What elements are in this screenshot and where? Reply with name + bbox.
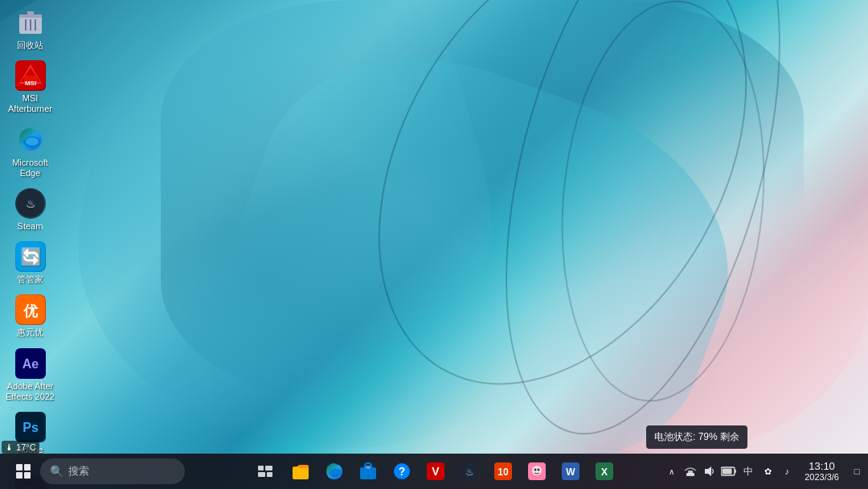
desktop: 回收站 MSI MSIAfterburner <box>0 0 868 489</box>
svg-text:?: ? <box>399 465 406 478</box>
svg-rect-24 <box>16 464 23 471</box>
desktop-icon-after-effects[interactable]: Ae Adobe AfterEffects 2022 <box>4 345 56 405</box>
svg-rect-29 <box>265 466 272 471</box>
svg-text:10: 10 <box>497 466 509 478</box>
taskbar-center: ? V ♨ 10 <box>248 454 620 489</box>
system-tray: ∧ <box>663 454 868 489</box>
taskview-button[interactable] <box>248 455 282 487</box>
svg-text:V: V <box>432 465 440 478</box>
desktop-icons: 回收站 MSI MSIAfterburner <box>4 4 56 489</box>
svg-text:Ps: Ps <box>23 421 39 434</box>
taskbar-edge[interactable] <box>319 456 350 487</box>
desktop-icon-label-steam: Steam <box>18 221 43 232</box>
svg-text:Ae: Ae <box>22 357 39 371</box>
tray-icon2[interactable]: ✿ <box>760 463 776 479</box>
clock-date: 2023/3/6 <box>805 472 839 483</box>
svg-rect-34 <box>366 466 371 469</box>
svg-rect-26 <box>16 472 23 479</box>
notification-center[interactable]: □ <box>849 463 865 479</box>
desktop-icon-label-edge: MicrosoftEdge <box>12 158 48 179</box>
svg-rect-31 <box>267 472 272 477</box>
desktop-icon-huiyouyou[interactable]: 优 惠元优 <box>4 291 56 341</box>
desktop-icon-label-recycle-bin: 回收站 <box>17 40 43 51</box>
desktop-icon-edge[interactable]: MicrosoftEdge <box>4 121 56 182</box>
clock-time: 13:10 <box>809 460 835 473</box>
svg-text:🔄: 🔄 <box>19 246 42 268</box>
tray-battery[interactable] <box>721 463 737 479</box>
taskbar-excel[interactable]: X <box>589 456 620 487</box>
svg-rect-52 <box>688 471 693 474</box>
tray-volume[interactable] <box>702 463 718 479</box>
tray-expand[interactable]: ∧ <box>663 463 679 479</box>
tray-network[interactable] <box>682 463 698 479</box>
svg-rect-28 <box>258 466 264 471</box>
svg-text:W: W <box>566 466 575 478</box>
svg-text:MSI: MSI <box>24 80 35 87</box>
tray-input[interactable]: 中 <box>740 463 756 479</box>
desktop-icon-steam[interactable]: ♨ Steam <box>4 185 56 235</box>
taskbar-security[interactable]: V <box>420 456 451 487</box>
svg-point-11 <box>26 138 39 146</box>
svg-rect-32 <box>293 466 309 479</box>
taskbar: 🔍 搜索 <box>0 454 868 489</box>
svg-rect-30 <box>258 472 265 477</box>
clock-area[interactable]: 13:10 2023/3/6 <box>798 454 845 489</box>
search-icon: 🔍 <box>50 465 63 478</box>
taskbar-anime[interactable] <box>522 456 552 487</box>
battery-tooltip: 电池状态: 79% 剩余 <box>646 425 747 449</box>
temperature-indicator: 🌡 17°C <box>2 441 39 454</box>
search-box[interactable]: 🔍 搜索 <box>40 458 185 484</box>
taskbar-file-explorer[interactable] <box>285 456 316 487</box>
svg-text:X: X <box>601 466 608 478</box>
svg-text:优: 优 <box>23 303 39 319</box>
taskbar-app10[interactable]: 10 <box>488 456 518 487</box>
desktop-icon-msi[interactable]: MSI MSIAfterburner <box>4 57 56 117</box>
taskbar-word[interactable]: W <box>555 456 586 487</box>
desktop-icon-label-guanjia: 管管家 <box>17 274 43 285</box>
svg-rect-25 <box>24 464 31 471</box>
svg-point-45 <box>534 469 537 471</box>
svg-marker-53 <box>705 466 711 476</box>
svg-rect-56 <box>723 469 732 475</box>
desktop-icon-label-ae: Adobe AfterEffects 2022 <box>6 381 55 402</box>
tray-icon3[interactable]: ♪ <box>779 463 795 479</box>
svg-text:♨: ♨ <box>25 197 35 210</box>
desktop-icon-guanjia[interactable]: 🔄 管管家 <box>4 238 56 288</box>
svg-rect-55 <box>735 470 736 473</box>
desktop-icon-recycle-bin[interactable]: 回收站 <box>4 4 56 54</box>
search-placeholder: 搜索 <box>68 464 89 479</box>
svg-text:♨: ♨ <box>465 466 474 478</box>
taskbar-help[interactable]: ? <box>387 456 417 487</box>
desktop-icon-label-hui: 惠元优 <box>17 327 43 338</box>
desktop-icon-label-msi: MSIAfterburner <box>8 93 52 114</box>
svg-rect-2 <box>27 11 34 16</box>
taskbar-steam[interactable]: ♨ <box>454 456 485 487</box>
svg-rect-27 <box>24 472 31 479</box>
taskbar-store[interactable] <box>353 456 383 487</box>
svg-rect-33 <box>360 467 376 479</box>
svg-point-46 <box>538 469 540 471</box>
start-button[interactable] <box>6 455 40 487</box>
